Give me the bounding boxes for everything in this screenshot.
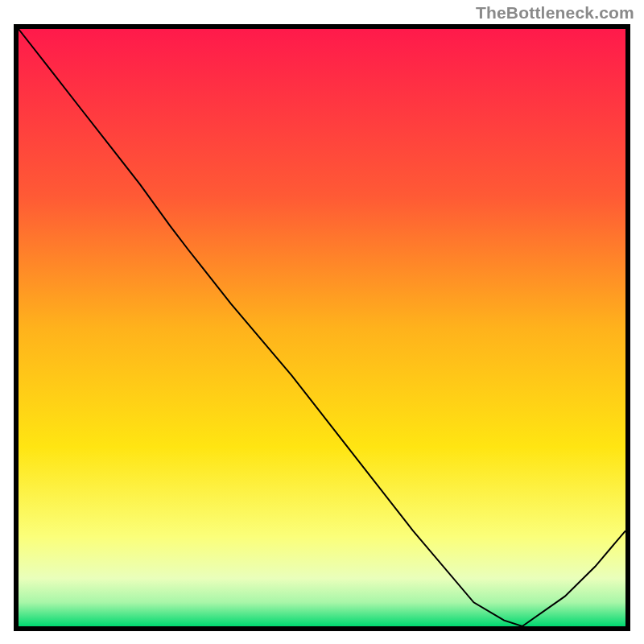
chart-svg (14, 24, 630, 631)
attribution-text: TheBottleneck.com (476, 3, 634, 23)
plot-area (14, 24, 630, 631)
gradient-background (19, 29, 625, 626)
chart-container: TheBottleneck.com (0, 0, 644, 644)
